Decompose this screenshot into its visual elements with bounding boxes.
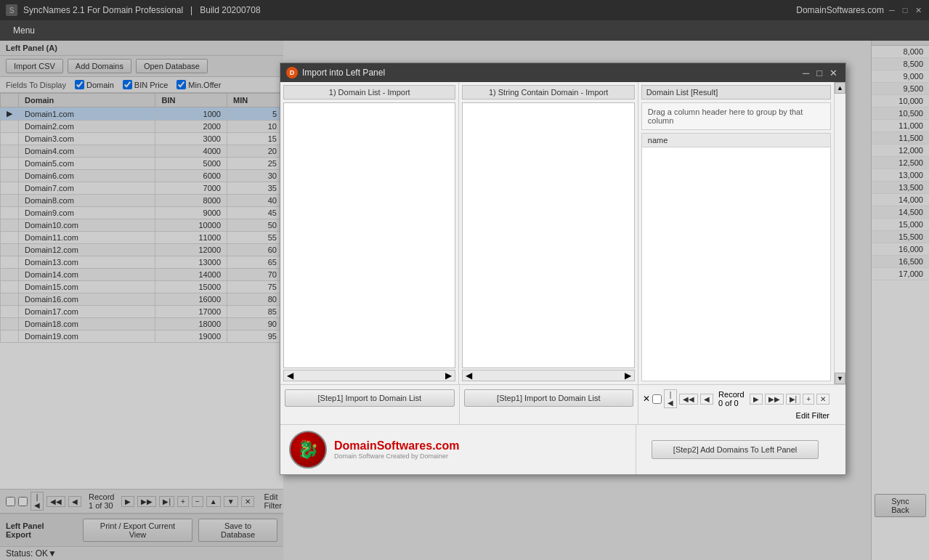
scrollbar2-right[interactable]: ▶ [625,370,631,381]
result-nav-section: ✕ |◀ ◀◀ ◀ Record 0 of 0 ▶ ▶▶ ▶| + ✕ Edit… [638,385,834,424]
result-nav-prev-fast[interactable]: ◀◀ [679,394,698,405]
menu-bar: Menu [0,20,929,41]
result-nav-checkbox[interactable] [652,394,662,404]
step2-section: [Step2] Add Domains To Left Panel [636,425,834,474]
modal-title-bar: D Import into Left Panel ─ □ ✕ [280,63,845,82]
scroll-up-btn[interactable]: ▲ [835,82,845,94]
app-icon: S [6,4,17,16]
scroll-track [835,94,845,373]
website-label: DomainSoftwares.com [796,5,884,15]
title-bar: S SyncNames 2.1 For Domain Professional … [0,0,929,20]
step1-btn1-section: [Step1] Import to Domain List [280,385,460,424]
main-app: Left Panel (A) Import CSV Add Domains Op… [0,41,929,560]
step2-add-domains-button[interactable]: [Step2] Add Domains To Left Panel [652,440,819,459]
scroll-down-btn[interactable]: ▼ [835,373,845,384]
result-record-info: Record 0 of 0 [718,390,744,407]
scrollbar2-left[interactable]: ◀ [466,370,472,381]
domain-list-textarea[interactable] [283,102,455,368]
result-nav-add[interactable]: + [803,394,814,405]
modal-panels: 1) Domain List - Import ◀ ▶ 1) String Co… [280,82,845,384]
step1-import-btn2[interactable]: [Step1] Import to Domain List [464,389,634,407]
logo-brand: DomainSoftwares.com [334,439,459,453]
string-contain-textarea[interactable] [462,102,634,368]
drag-hint: Drag a column header here to group by th… [641,102,831,130]
import-modal: D Import into Left Panel ─ □ ✕ 1) Domain… [280,62,846,475]
app-title: SyncNames 2.1 For Domain Professional | … [23,5,261,15]
result-nav-last[interactable]: ▶| [786,394,801,405]
minimize-btn[interactable]: ─ [887,5,897,15]
modal-body: 1) Domain List - Import ◀ ▶ 1) String Co… [280,82,845,474]
result-edit-filter[interactable]: Edit Filter [643,411,829,420]
step1-btn2-section: [Step1] Import to Domain List [460,385,639,424]
result-nav-next[interactable]: ▶ [750,394,763,405]
logo-text: DomainSoftwares.com Domain Software Crea… [334,439,459,460]
logo-area: 🐉 DomainSoftwares.com Domain Software Cr… [280,425,636,474]
logo-circle: 🐉 [289,431,327,468]
modal-minimize-btn[interactable]: ─ [800,68,811,78]
scrollbar-right[interactable]: ▶ [445,370,452,381]
result-nav-close[interactable]: ✕ [816,394,829,405]
scrollbar-left[interactable]: ◀ [287,370,293,381]
result-scrollbar: ▲ ▼ [834,82,845,384]
modal-title: Import into Left Panel [302,68,385,78]
modal-close-btn[interactable]: ✕ [827,68,840,78]
string-contain-panel: 1) String Contain Domain - Import ◀ ▶ [459,82,638,384]
logo-dragon-icon: 🐉 [297,439,319,460]
result-header: Domain List [Result] [641,85,831,100]
modal-restore-btn[interactable]: □ [814,68,824,78]
result-column-name: name [641,133,831,147]
result-panel: Domain List [Result] Drag a column heade… [638,82,834,384]
result-content [641,147,831,381]
step1-import-btn1[interactable]: [Step1] Import to Domain List [285,389,455,407]
result-nav-x[interactable]: ✕ [643,394,650,404]
domain-list-header: 1) Domain List - Import [283,85,455,100]
footer-spacer [834,425,845,474]
result-nav: ✕ |◀ ◀◀ ◀ Record 0 of 0 ▶ ▶▶ ▶| + ✕ [643,389,829,408]
maximize-btn[interactable]: □ [900,5,910,15]
result-nav-next-fast[interactable]: ▶▶ [765,394,784,405]
string-contain-header: 1) String Contain Domain - Import [462,85,634,100]
result-nav-first[interactable]: |◀ [664,389,677,408]
close-btn[interactable]: ✕ [913,5,923,15]
menu-item[interactable]: Menu [6,23,42,38]
modal-icon: D [286,67,298,78]
modal-footer: 🐉 DomainSoftwares.com Domain Software Cr… [280,424,845,474]
domain-list-panel: 1) Domain List - Import ◀ ▶ [280,82,459,384]
spacer [834,385,845,424]
import-buttons-row: [Step1] Import to Domain List [Step1] Im… [280,384,845,424]
result-nav-prev[interactable]: ◀ [700,394,713,405]
logo-tagline: Domain Software Created by Domainer [334,453,459,460]
